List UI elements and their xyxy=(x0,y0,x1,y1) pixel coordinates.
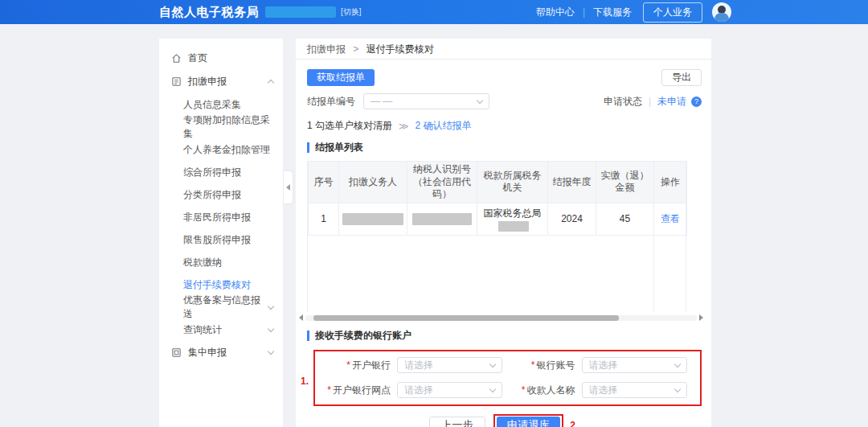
sidebar-item-label: 退付手续费核对 xyxy=(183,278,251,292)
collapse-arrow-icon xyxy=(286,184,290,191)
redacted-company-name xyxy=(265,6,336,18)
sidebar-item-withholding[interactable]: 扣缴申报 xyxy=(159,70,283,93)
sidebar-item-classified-income[interactable]: 分类所得申报 xyxy=(159,183,283,206)
required-mark: * xyxy=(346,359,350,371)
horizontal-scrollbar[interactable] xyxy=(299,314,703,321)
scrollbar-track[interactable] xyxy=(305,315,697,321)
required-mark: * xyxy=(327,384,331,396)
breadcrumb-parent[interactable]: 扣缴申报 xyxy=(307,43,346,55)
sidebar-collapse-handle[interactable] xyxy=(284,171,293,203)
scroll-right-icon[interactable] xyxy=(699,314,703,321)
bank-account-form-zone: 1. *开户银行 请选择 *银行账号 请选择 xyxy=(305,350,702,406)
select-placeholder: 请选择 xyxy=(589,384,618,397)
application-status: 申请状态 | 未申请 ? xyxy=(604,95,702,109)
sidebar-item-label: 首页 xyxy=(188,51,207,65)
sidebar-item-label: 优惠备案与信息报送 xyxy=(183,294,268,321)
select-placeholder: 请选择 xyxy=(404,359,433,372)
download-service-link[interactable]: 下载服务 xyxy=(593,6,632,19)
bank-branch-select[interactable]: 请选择 xyxy=(397,382,502,398)
field-bank-branch: *开户银行网点 请选择 xyxy=(323,382,508,398)
sidebar-item-personnel-info[interactable]: 人员信息采集 xyxy=(159,93,283,116)
section-accent-bar xyxy=(307,331,309,341)
sidebar-item-tax-payment[interactable]: 税款缴纳 xyxy=(159,251,283,273)
centralized-filing-icon xyxy=(171,347,182,358)
table-header-row: 序号 扣缴义务人 纳税人识别号（社会信用代码） 税款所属税务机关 结报年度 实缴… xyxy=(309,162,687,203)
select-placeholder: 请选择 xyxy=(404,384,433,397)
field-bank-name: *开户银行 请选择 xyxy=(323,357,508,373)
sidebar-item-special-deduction[interactable]: 专项附加扣除信息采集 xyxy=(159,116,283,138)
serial-filter: 结报单编号 — — xyxy=(307,93,489,109)
view-link[interactable]: 查看 xyxy=(661,213,680,224)
serial-number-label: 结报单编号 xyxy=(307,95,355,109)
annotation-red-box-apply: 申请退库 xyxy=(493,414,563,427)
col-seq: 序号 xyxy=(309,162,339,203)
sidebar-item-preferential-filing[interactable]: 优惠备案与信息报送 xyxy=(159,296,283,318)
scrollbar-thumb[interactable] xyxy=(313,315,619,321)
status-label: 申请状态 xyxy=(604,95,642,109)
bank-name-select[interactable]: 请选择 xyxy=(397,357,502,373)
user-avatar[interactable] xyxy=(712,2,731,22)
sidebar-item-label: 专项附加扣除信息采集 xyxy=(183,113,273,141)
sidebar-item-label: 限售股所得申报 xyxy=(183,233,251,247)
brand: 自然人电子税务局 [切换] xyxy=(159,5,362,20)
cell-seq: 1 xyxy=(309,203,339,235)
avatar-body-icon xyxy=(714,13,729,22)
chevron-up-icon xyxy=(268,80,274,86)
col-withholding-agent: 扣缴义务人 xyxy=(339,162,407,203)
sidebar-item-query-statistics[interactable]: 查询统计 xyxy=(159,318,283,341)
chevron-down-icon xyxy=(477,97,483,104)
sidebar-item-label: 非居民所得申报 xyxy=(183,211,251,224)
sidebar-item-label: 税款缴纳 xyxy=(183,256,222,269)
bank-account-select[interactable]: 请选择 xyxy=(582,357,687,373)
fixed-column-divider xyxy=(653,161,654,312)
export-button[interactable]: 导出 xyxy=(661,69,702,86)
tax-authority-text: 国家税务总局 xyxy=(484,207,542,219)
chevron-down-icon xyxy=(489,386,496,392)
cell-tax-authority: 国家税务总局 xyxy=(477,203,548,235)
step-2-label[interactable]: 2 确认结报单 xyxy=(416,119,472,133)
field-label: *收款人名称 xyxy=(508,384,575,397)
sidebar-item-label: 查询统计 xyxy=(183,323,222,337)
sidebar-item-home[interactable]: 首页 xyxy=(159,47,283,70)
required-mark: * xyxy=(522,384,526,396)
sidebar-item-comprehensive-income[interactable]: 综合所得申报 xyxy=(159,161,283,183)
sidebar: 首页 扣缴申报 人员信息采集 专项附加扣除信息采集 个人养老金扣除管理 综合所得… xyxy=(159,39,283,427)
sidebar-item-label: 个人养老金扣除管理 xyxy=(183,143,270,157)
sidebar-item-pension-deduction[interactable]: 个人养老金扣除管理 xyxy=(159,138,283,161)
app-title: 自然人电子税务局 xyxy=(159,5,259,20)
field-label: *银行账号 xyxy=(508,359,575,372)
breadcrumb-separator: > xyxy=(353,43,358,55)
serial-number-select[interactable]: — — xyxy=(363,93,489,109)
select-placeholder: 请选择 xyxy=(589,359,618,372)
field-label: *开户银行 xyxy=(323,359,391,372)
sidebar-item-label: 扣缴申报 xyxy=(188,75,227,88)
payee-name-select[interactable]: 请选择 xyxy=(582,382,687,398)
chevron-down-icon xyxy=(674,386,680,392)
header-actions: 帮助中心 | 下载服务 个人业务 xyxy=(536,2,731,23)
step-separator-icon: ≫ xyxy=(399,121,409,132)
sidebar-item-restricted-shares[interactable]: 限售股所得申报 xyxy=(159,228,283,251)
chevron-down-icon xyxy=(268,348,274,355)
table-right-border xyxy=(686,161,686,312)
sidebar-item-centralized-filing[interactable]: 集中申报 xyxy=(159,341,283,364)
help-center-link[interactable]: 帮助中心 xyxy=(536,6,575,19)
breadcrumb: 扣缴申报 > 退付手续费核对 xyxy=(296,39,711,60)
chevron-down-icon xyxy=(489,361,496,367)
col-action: 操作 xyxy=(654,162,687,203)
redacted-text xyxy=(412,213,472,225)
personal-business-button[interactable]: 个人业务 xyxy=(643,2,702,23)
scroll-left-icon[interactable] xyxy=(299,314,303,321)
cell-settlement-year: 2024 xyxy=(548,203,596,235)
sidebar-item-label: 分类所得申报 xyxy=(183,188,241,202)
switch-link[interactable]: [切换] xyxy=(341,6,362,18)
sidebar-item-refund-fee-check[interactable]: 退付手续费核对 xyxy=(159,273,283,296)
help-question-icon[interactable]: ? xyxy=(691,96,702,107)
footer-actions: 上一步 申请退库 2. xyxy=(296,414,711,427)
sidebar-item-label: 集中申报 xyxy=(188,346,227,359)
col-settlement-year: 结报年度 xyxy=(548,162,596,203)
fetch-settlement-button[interactable]: 获取结报单 xyxy=(307,69,375,86)
previous-step-button[interactable]: 上一步 xyxy=(429,417,485,427)
header-divider: | xyxy=(583,6,585,18)
apply-refund-button[interactable]: 申请退库 xyxy=(497,417,560,427)
sidebar-item-nonresident-income[interactable]: 非居民所得申报 xyxy=(159,206,283,228)
